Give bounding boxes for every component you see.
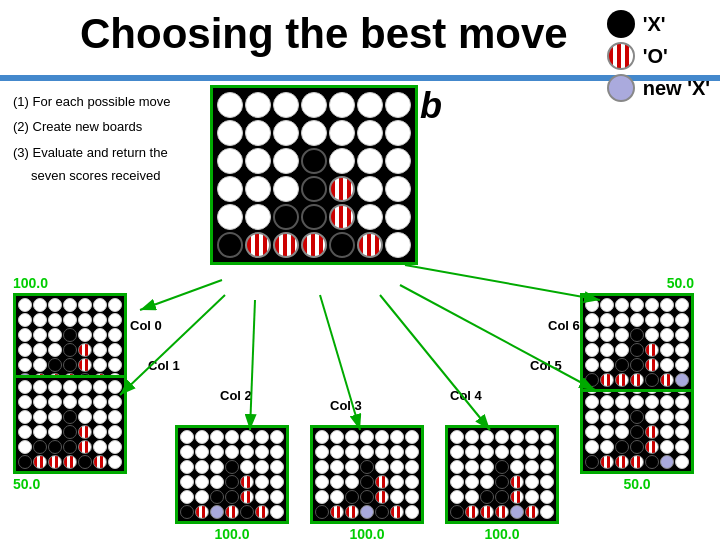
cell <box>273 176 299 202</box>
col-label-2: Col 2 <box>220 388 252 403</box>
o-label: 'O' <box>643 45 668 68</box>
cell <box>385 232 411 258</box>
cell <box>301 176 327 202</box>
col-label-3: Col 3 <box>330 398 362 413</box>
cell <box>245 204 271 230</box>
cell <box>357 176 383 202</box>
mini-board-6 <box>580 293 694 392</box>
cell <box>357 232 383 258</box>
steps-text: (1) For each possible move (2) Create ne… <box>13 90 171 190</box>
x-label: 'X' <box>643 13 666 36</box>
svg-line-7 <box>405 265 600 300</box>
cell <box>245 92 271 118</box>
cell <box>357 92 383 118</box>
cell <box>217 120 243 146</box>
col-label-5: Col 5 <box>530 358 562 373</box>
new-x-label: new 'X' <box>643 77 710 100</box>
col-label-4: Col 4 <box>450 388 482 403</box>
cell <box>385 92 411 118</box>
cell <box>329 176 355 202</box>
cell <box>301 120 327 146</box>
step-3: (3) Evaluate and return the seven scores… <box>13 141 171 188</box>
x-icon <box>607 10 635 38</box>
cell <box>217 232 243 258</box>
col-label-6: Col 6 <box>548 318 580 333</box>
mini-board-4 <box>445 425 559 524</box>
mini-board-2 <box>175 425 289 524</box>
cell <box>385 176 411 202</box>
score-label-2: 100.0 <box>175 526 289 540</box>
score-label-0: 100.0 <box>13 275 127 291</box>
legend-o: 'O' <box>607 42 710 70</box>
cell <box>301 148 327 174</box>
page-title: Choosing the best move <box>80 10 568 58</box>
score-box-3: 100.0 <box>310 425 424 540</box>
svg-line-3 <box>250 300 255 430</box>
cell <box>273 232 299 258</box>
main-board-grid <box>217 92 411 258</box>
mini-board-3 <box>310 425 424 524</box>
svg-line-1 <box>140 280 222 310</box>
cell <box>217 204 243 230</box>
cell <box>301 204 327 230</box>
cell <box>273 92 299 118</box>
cell <box>217 176 243 202</box>
cell <box>245 120 271 146</box>
cell <box>301 232 327 258</box>
svg-line-6 <box>400 285 595 390</box>
col-label-0: Col 0 <box>130 318 162 333</box>
score-box-2: 100.0 <box>175 425 289 540</box>
cell <box>357 204 383 230</box>
legend-x: 'X' <box>607 10 710 38</box>
b-label: b <box>420 85 442 127</box>
svg-line-5 <box>380 295 490 430</box>
cell <box>217 92 243 118</box>
step-1: (1) For each possible move <box>13 90 171 113</box>
score-box-4: 100.0 <box>445 425 559 540</box>
cell <box>245 176 271 202</box>
step-2: (2) Create new boards <box>13 115 171 138</box>
legend-new-x: new 'X' <box>607 74 710 102</box>
score-box-1: 50.0 <box>13 375 127 492</box>
cell <box>357 148 383 174</box>
cell <box>329 204 355 230</box>
cell <box>329 92 355 118</box>
svg-line-2 <box>120 295 225 395</box>
main-board <box>210 85 418 265</box>
score-box-5: 50.0 <box>580 375 694 492</box>
cell <box>245 148 271 174</box>
cell <box>385 120 411 146</box>
score-label-1: 50.0 <box>13 476 127 492</box>
cell <box>385 204 411 230</box>
new-x-icon <box>607 74 635 102</box>
cell <box>245 232 271 258</box>
score-label-6: 50.0 <box>580 275 694 291</box>
cell <box>301 92 327 118</box>
legend: 'X' 'O' new 'X' <box>607 10 710 102</box>
score-label-3: 100.0 <box>310 526 424 540</box>
o-icon <box>607 42 635 70</box>
cell <box>357 120 383 146</box>
col-label-1: Col 1 <box>148 358 180 373</box>
cell <box>329 148 355 174</box>
cell <box>273 204 299 230</box>
score-box-6: 50.0 <box>580 275 694 392</box>
cell <box>329 120 355 146</box>
score-label-4: 100.0 <box>445 526 559 540</box>
cell <box>273 148 299 174</box>
cell <box>217 148 243 174</box>
mini-board-1 <box>13 375 127 474</box>
cell <box>329 232 355 258</box>
cell <box>385 148 411 174</box>
score-label-5: 50.0 <box>580 476 694 492</box>
cell <box>273 120 299 146</box>
